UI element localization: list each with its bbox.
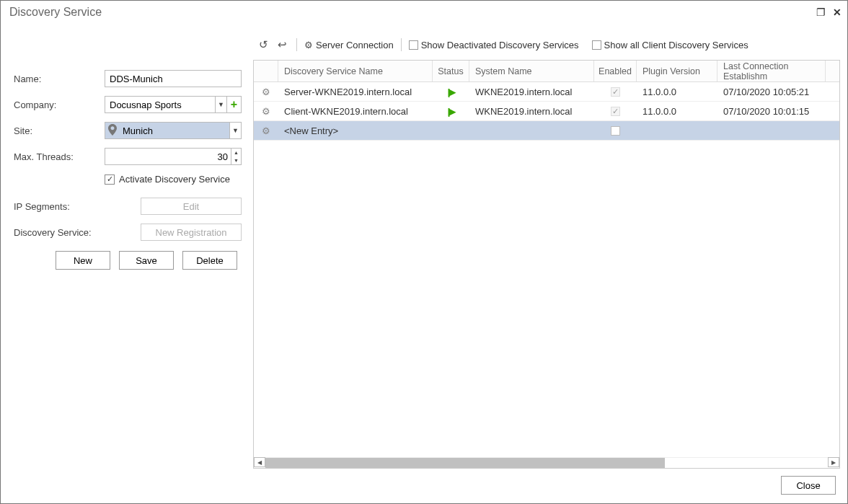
row-enabled: ✓ xyxy=(594,107,637,116)
row-last: 07/10/2020 10:01:15 xyxy=(717,106,826,117)
name-label: Name: xyxy=(14,74,105,84)
form-panel: Name: Company: ▼ + Site: ▼ xyxy=(1,24,249,469)
scroll-thumb[interactable] xyxy=(265,458,665,468)
row-name: Server-WKNE2019.intern.local xyxy=(278,87,433,97)
row-name: <New Entry> xyxy=(278,125,433,136)
threads-spin-down-icon[interactable]: ▼ xyxy=(231,156,241,164)
row-name: Client-WKNE2019.intern.local xyxy=(278,106,433,117)
checkbox-icon xyxy=(592,40,601,50)
window-title: Discovery Service xyxy=(6,6,102,19)
row-system: WKNE2019.intern.local xyxy=(469,106,594,117)
row-system: WKNE2019.intern.local xyxy=(469,87,594,97)
maximize-icon[interactable]: ❐ xyxy=(816,6,826,18)
scroll-left-icon[interactable]: ◀ xyxy=(254,457,265,467)
ipseg-label: IP Segments: xyxy=(14,201,105,212)
enabled-checkbox[interactable]: ✓ xyxy=(611,87,620,97)
col-enabled[interactable]: Enabled xyxy=(594,61,637,81)
horizontal-scrollbar: ◀ ▶ xyxy=(254,456,839,468)
ipseg-edit-button[interactable]: Edit xyxy=(141,198,242,215)
close-button[interactable]: Close xyxy=(781,476,836,495)
threads-label: Max. Threads: xyxy=(14,151,105,162)
delete-button[interactable]: Delete xyxy=(182,251,237,270)
back-icon[interactable]: ↩ xyxy=(275,38,289,51)
title-bar: Discovery Service ❐ ✕ xyxy=(1,1,847,24)
checkbox-icon xyxy=(409,40,418,50)
col-system[interactable]: System Name xyxy=(469,61,594,81)
table-row[interactable]: ⚙Client-WKNE2019.intern.local|▶WKNE2019.… xyxy=(254,102,839,121)
dialog-footer: Close xyxy=(781,476,836,495)
separator xyxy=(401,38,402,51)
grid-header: Discovery Service Name Status System Nam… xyxy=(254,61,839,82)
show-all-client-checkbox[interactable]: Show all Client Discovery Services xyxy=(592,40,748,50)
new-button[interactable]: New xyxy=(56,251,110,270)
new-registration-button[interactable]: New Registration xyxy=(141,224,242,241)
show-deactivated-label: Show Deactivated Discovery Services xyxy=(421,40,579,50)
site-label: Site: xyxy=(14,125,105,136)
company-combo[interactable] xyxy=(105,96,216,113)
row-enabled xyxy=(594,126,637,136)
grid-toolbar: ↺ ↩ ⚙ Server Connection Show Deactivated… xyxy=(253,35,840,54)
threads-spin-up-icon[interactable]: ▲ xyxy=(231,149,241,156)
row-enabled: ✓ xyxy=(594,87,637,97)
row-status: |▶ xyxy=(433,106,469,117)
table-row[interactable]: ⚙<New Entry> xyxy=(254,121,839,141)
grid-panel: ↺ ↩ ⚙ Server Connection Show Deactivated… xyxy=(249,24,847,469)
activate-label: Activate Discovery Service xyxy=(119,174,230,185)
table-row[interactable]: ⚙Server-WKNE2019.intern.local|▶WKNE2019.… xyxy=(254,82,839,102)
col-icon[interactable] xyxy=(254,61,278,81)
scroll-track[interactable] xyxy=(265,457,828,467)
server-connection-label: Server Connection xyxy=(316,40,394,50)
company-label: Company: xyxy=(14,100,105,110)
play-icon: |▶ xyxy=(448,106,455,117)
enabled-checkbox[interactable] xyxy=(611,126,620,136)
col-name[interactable]: Discovery Service Name xyxy=(278,61,433,81)
row-gear-icon: ⚙ xyxy=(254,87,278,97)
save-button[interactable]: Save xyxy=(119,251,174,270)
site-combo[interactable] xyxy=(105,122,230,139)
name-input[interactable] xyxy=(105,70,242,87)
discovery-grid: Discovery Service Name Status System Nam… xyxy=(253,60,840,469)
close-icon[interactable]: ✕ xyxy=(833,6,842,18)
server-connection-button[interactable]: ⚙ Server Connection xyxy=(304,40,394,50)
show-deactivated-checkbox[interactable]: Show Deactivated Discovery Services xyxy=(409,40,579,50)
company-dropdown-icon[interactable]: ▼ xyxy=(216,96,227,113)
window-controls: ❐ ✕ xyxy=(816,6,842,18)
row-gear-icon: ⚙ xyxy=(254,106,278,117)
pin-icon xyxy=(108,124,117,138)
row-plugin: 11.0.0.0 xyxy=(637,87,717,97)
show-all-client-label: Show all Client Discovery Services xyxy=(604,40,748,50)
col-last[interactable]: Last Connection Establishm xyxy=(717,61,826,81)
enabled-checkbox[interactable]: ✓ xyxy=(611,107,620,116)
col-plugin[interactable]: Plugin Version xyxy=(637,61,717,81)
grid-body: ⚙Server-WKNE2019.intern.local|▶WKNE2019.… xyxy=(254,82,839,468)
gear-icon: ⚙ xyxy=(304,40,313,50)
row-status: |▶ xyxy=(433,87,469,97)
separator xyxy=(296,38,297,51)
dsrv-label: Discovery Service: xyxy=(14,227,105,238)
play-icon: |▶ xyxy=(448,87,455,97)
company-add-button[interactable]: + xyxy=(227,96,242,113)
row-gear-icon: ⚙ xyxy=(254,125,278,136)
refresh-icon[interactable]: ↺ xyxy=(256,38,270,51)
threads-input[interactable] xyxy=(105,148,242,165)
col-status[interactable]: Status xyxy=(433,61,469,81)
scroll-right-icon[interactable]: ▶ xyxy=(828,457,839,467)
row-plugin: 11.0.0.0 xyxy=(637,106,717,117)
activate-checkbox[interactable]: ✓ xyxy=(105,174,115,185)
site-dropdown-icon[interactable]: ▼ xyxy=(230,122,242,139)
row-last: 07/10/2020 10:05:21 xyxy=(717,87,826,97)
